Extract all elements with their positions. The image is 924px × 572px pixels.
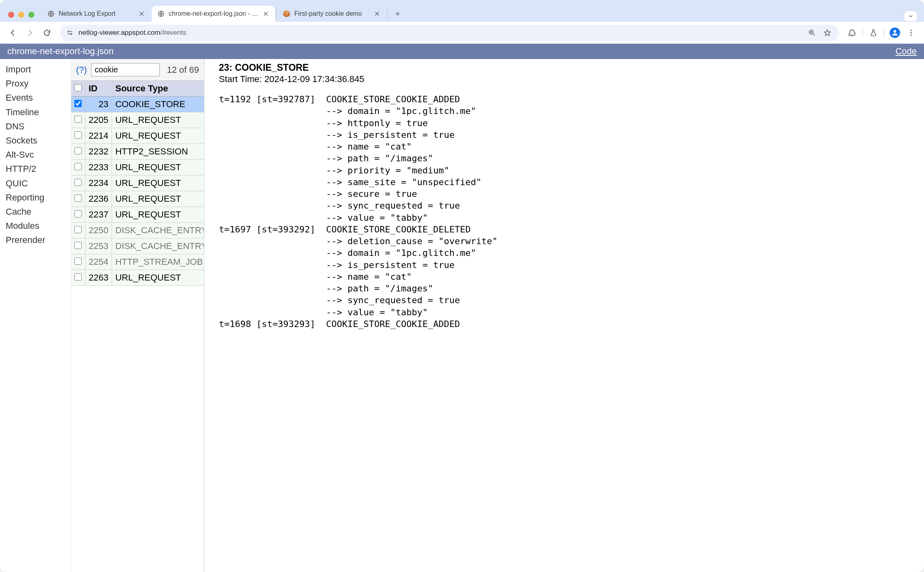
row-checkbox[interactable] [74, 100, 82, 107]
omnibox[interactable]: netlog-viewer.appspot.com/#events [60, 25, 839, 41]
row-id: 2254 [85, 254, 112, 270]
row-checkbox[interactable] [74, 163, 82, 170]
close-icon[interactable] [138, 10, 145, 17]
row-checkbox-cell [71, 191, 85, 207]
tab-title: chrome-net-export-log.json - … [169, 10, 258, 17]
nav-item-timeline[interactable]: Timeline [6, 105, 65, 119]
tab-2[interactable]: 🍪 First-party cookie demo [277, 6, 386, 22]
row-id: 2232 [85, 144, 112, 160]
table-row[interactable]: 2263URL_REQUEST [71, 270, 204, 286]
table-row[interactable]: 2232HTTP2_SESSION [71, 144, 204, 160]
events-header-row: ID Source Type [71, 81, 204, 97]
row-checkbox[interactable] [74, 147, 82, 154]
nav-item-reporting[interactable]: Reporting [6, 190, 65, 205]
row-checkbox-cell [71, 254, 85, 270]
row-type: HTTP_STREAM_JOB [112, 254, 204, 270]
row-type: URL_REQUEST [112, 191, 204, 207]
nav-item-sockets[interactable]: Sockets [6, 133, 65, 148]
detail-title: 23: COOKIE_STORE [219, 62, 922, 73]
toolbar-divider [863, 28, 863, 37]
nav-item-proxy[interactable]: Proxy [6, 76, 65, 91]
row-id: 2263 [85, 270, 112, 286]
reload-button[interactable] [40, 25, 54, 40]
tab-title: Network Log Export [59, 10, 134, 17]
row-type: HTTP2_SESSION [112, 144, 204, 160]
code-link[interactable]: Code [895, 46, 917, 57]
tab-1[interactable]: chrome-net-export-log.json - … [152, 6, 275, 22]
nav-item-events[interactable]: Events [6, 91, 65, 105]
type-header[interactable]: Source Type [112, 81, 204, 97]
tab-title: First-party cookie demo [294, 10, 369, 17]
row-id: 2236 [85, 191, 112, 207]
row-id: 23 [85, 97, 112, 112]
row-checkbox[interactable] [74, 194, 82, 202]
tab-0[interactable]: Network Log Export [42, 6, 151, 22]
filter-count: 12 of 69 [167, 65, 199, 75]
nav-item-dns[interactable]: DNS [6, 119, 65, 133]
row-checkbox[interactable] [74, 179, 82, 186]
nav-item-import[interactable]: Import [6, 62, 65, 76]
nav-item-prerender[interactable]: Prerender [6, 233, 65, 247]
select-all-cell [71, 81, 85, 97]
table-row[interactable]: 2254HTTP_STREAM_JOB [71, 254, 204, 270]
row-id: 2205 [85, 112, 112, 128]
extensions-icon[interactable] [845, 25, 859, 40]
labs-icon[interactable] [866, 25, 881, 40]
row-checkbox[interactable] [74, 116, 82, 123]
row-id: 2237 [85, 207, 112, 223]
table-row[interactable]: 2233URL_REQUEST [71, 160, 204, 175]
table-row[interactable]: 2253DISK_CACHE_ENTRY [71, 239, 204, 254]
table-row[interactable]: 2237URL_REQUEST [71, 207, 204, 223]
table-row[interactable]: 2250DISK_CACHE_ENTRY [71, 223, 204, 239]
events-pane: (?) 12 of 69 ID Source Type [71, 59, 204, 572]
nav-item-modules[interactable]: Modules [6, 219, 65, 233]
table-row[interactable]: 2234URL_REQUEST [71, 175, 204, 191]
close-window-button[interactable] [8, 12, 14, 18]
tab-strip: Network Log Export chrome-net-export-log… [0, 0, 924, 22]
table-row[interactable]: 2214URL_REQUEST [71, 128, 204, 144]
close-icon[interactable] [262, 10, 269, 17]
row-checkbox[interactable] [74, 242, 82, 249]
row-type: URL_REQUEST [112, 270, 204, 286]
row-id: 2214 [85, 128, 112, 144]
kebab-menu-button[interactable] [904, 25, 918, 40]
row-checkbox-cell [71, 160, 85, 175]
site-settings-icon[interactable] [66, 29, 74, 36]
detail-log: t=1192 [st=392787] COOKIE_STORE_COOKIE_A… [219, 93, 922, 330]
filter-help-link[interactable]: (?) [76, 65, 87, 75]
close-icon[interactable] [373, 10, 381, 17]
profile-button[interactable] [888, 25, 902, 40]
new-tab-button[interactable] [391, 7, 405, 21]
events-table: ID Source Type 23COOKIE_STORE2205URL_REQ… [71, 81, 204, 286]
table-row[interactable]: 23COOKIE_STORE [71, 97, 204, 112]
fullscreen-window-button[interactable] [28, 12, 34, 18]
table-row[interactable]: 2205URL_REQUEST [71, 112, 204, 128]
nav-item-http-2[interactable]: HTTP/2 [6, 162, 65, 176]
id-header[interactable]: ID [85, 81, 112, 97]
tab-overflow-button[interactable] [904, 11, 918, 22]
filter-input[interactable] [91, 63, 160, 76]
nav-item-alt-svc[interactable]: Alt-Svc [6, 148, 65, 162]
forward-button[interactable] [23, 25, 37, 40]
table-row[interactable]: 2236URL_REQUEST [71, 191, 204, 207]
row-checkbox[interactable] [74, 210, 82, 217]
select-all-checkbox[interactable] [74, 84, 82, 91]
tab-separator [387, 9, 388, 18]
nav-item-quic[interactable]: QUIC [6, 176, 65, 190]
globe-icon [47, 10, 55, 17]
row-checkbox[interactable] [74, 226, 82, 233]
minimize-window-button[interactable] [18, 12, 24, 18]
row-id: 2250 [85, 223, 112, 239]
row-type: COOKIE_STORE [112, 97, 204, 112]
browser-window: Network Log Export chrome-net-export-log… [0, 0, 924, 572]
row-checkbox[interactable] [74, 131, 82, 139]
bookmark-icon[interactable] [822, 27, 833, 38]
svg-point-8 [910, 34, 911, 36]
zoom-icon[interactable] [807, 27, 817, 38]
row-checkbox[interactable] [74, 273, 82, 281]
row-type: DISK_CACHE_ENTRY [112, 239, 204, 254]
row-checkbox[interactable] [74, 258, 82, 265]
nav-item-cache[interactable]: Cache [6, 205, 65, 219]
back-button[interactable] [6, 25, 20, 40]
side-nav: ImportProxyEventsTimelineDNSSocketsAlt-S… [0, 59, 71, 572]
